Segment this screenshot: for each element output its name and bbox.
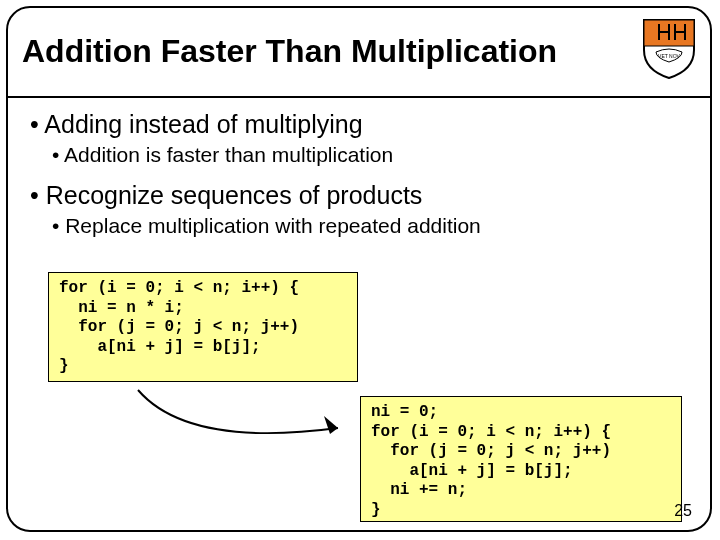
- slide-frame: Addition Faster Than Multiplication VET …: [6, 6, 712, 532]
- bullet-level2: Addition is faster than multiplication: [52, 143, 670, 167]
- page-number: 25: [674, 502, 692, 520]
- svg-text:VET NOV: VET NOV: [658, 53, 681, 59]
- bullet-level2: Replace multiplication with repeated add…: [52, 214, 670, 238]
- princeton-shield-icon: VET NOV: [642, 16, 696, 80]
- arrow-icon: [128, 378, 368, 468]
- code-block-before: for (i = 0; i < n; i++) { ni = n * i; fo…: [48, 272, 358, 382]
- code-block-after: ni = 0; for (i = 0; i < n; i++) { for (j…: [360, 396, 682, 522]
- bullet-level1: Adding instead of multiplying: [30, 110, 670, 139]
- slide-title: Addition Faster Than Multiplication: [22, 34, 557, 69]
- bullet-list: Adding instead of multiplying Addition i…: [30, 110, 670, 252]
- title-bar: Addition Faster Than Multiplication: [8, 8, 710, 98]
- bullet-level1: Recognize sequences of products: [30, 181, 670, 210]
